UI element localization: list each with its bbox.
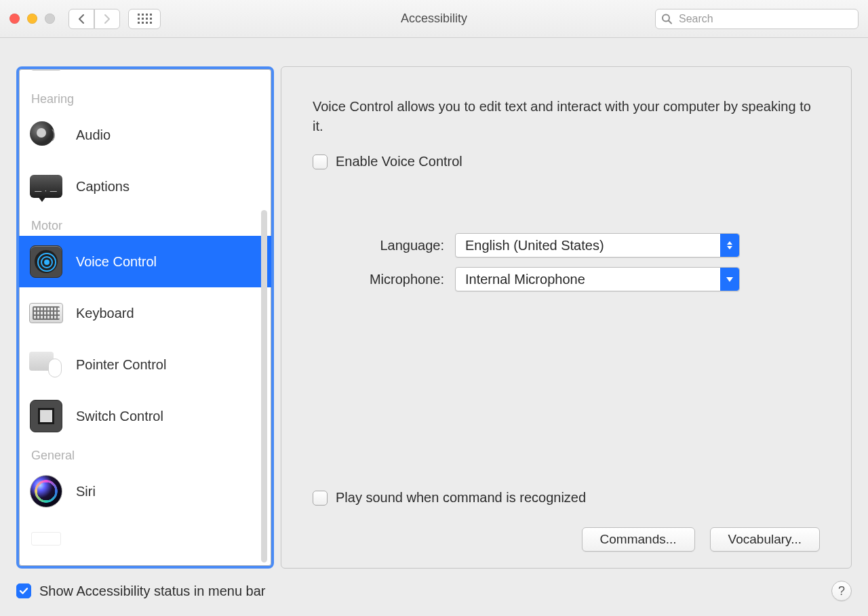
bottom-area: Play sound when command is recognized Co… xyxy=(313,490,820,552)
sidebar-section-general: General xyxy=(19,442,271,466)
show-in-menu-bar-label: Show Accessibility status in menu bar xyxy=(39,583,266,599)
sidebar-section-hearing: Hearing xyxy=(19,85,271,109)
language-value: English (United States) xyxy=(465,238,604,253)
sidebar-item-label: Pointer Control xyxy=(76,357,166,373)
sidebar-item-cutoff-bottom[interactable] xyxy=(19,517,271,556)
sidebar-section-motor: Motor xyxy=(19,212,271,236)
help-icon: ? xyxy=(838,584,845,598)
play-sound-label: Play sound when command is recognized xyxy=(336,490,586,506)
sidebar-item-label: Switch Control xyxy=(76,409,163,424)
siri-icon xyxy=(28,474,64,509)
search-input[interactable] xyxy=(655,9,859,29)
keyboard-icon xyxy=(28,295,64,331)
body: Hearing ) Audio Captions Motor Voice Con… xyxy=(0,38,868,581)
show-in-menu-bar-checkbox[interactable] xyxy=(16,583,31,598)
back-button[interactable] xyxy=(68,9,94,29)
sidebar-item-cutoff[interactable] xyxy=(19,69,271,85)
grid-icon xyxy=(138,14,152,24)
sidebar-item-switch-control[interactable]: Switch Control xyxy=(19,390,271,442)
microphone-row: Microphone: Internal Microphone xyxy=(313,267,820,291)
close-window-icon[interactable] xyxy=(9,14,20,24)
sidebar-item-pointer-control[interactable]: Pointer Control xyxy=(19,339,271,390)
dropdown-arrow-icon xyxy=(720,268,739,291)
detail-panel: Voice Control allows you to edit text an… xyxy=(281,66,852,569)
captions-icon xyxy=(28,169,64,204)
nav-buttons xyxy=(68,9,120,29)
sidebar-item-label: Keyboard xyxy=(76,306,134,321)
sidebar-item-captions[interactable]: Captions xyxy=(19,161,271,212)
search-icon xyxy=(661,13,673,24)
button-row: Commands... Vocabulary... xyxy=(313,527,820,552)
sidebar-item-label: Voice Control xyxy=(76,254,157,270)
form-area: Language: English (United States) Microp… xyxy=(313,224,820,291)
vocabulary-button[interactable]: Vocabulary... xyxy=(710,527,820,552)
sidebar-item-audio[interactable]: ) Audio xyxy=(19,109,271,161)
help-button[interactable]: ? xyxy=(831,581,852,601)
preferences-window: Accessibility Hearing ) Audio xyxy=(0,0,868,616)
play-sound-checkbox[interactable] xyxy=(313,491,328,506)
language-select[interactable]: English (United States) xyxy=(455,233,740,258)
toolbar: Accessibility xyxy=(0,0,868,38)
sidebar-item-label: Siri xyxy=(76,484,96,499)
footer: Show Accessibility status in menu bar ? xyxy=(0,581,868,616)
show-all-button[interactable] xyxy=(128,9,161,29)
language-row: Language: English (United States) xyxy=(313,233,820,258)
play-sound-row: Play sound when command is recognized xyxy=(313,490,820,506)
chevron-left-icon xyxy=(77,14,85,24)
microphone-value: Internal Microphone xyxy=(465,272,585,287)
enable-voice-control-checkbox[interactable] xyxy=(313,155,328,169)
svg-line-1 xyxy=(669,20,671,23)
zoom-window-icon[interactable] xyxy=(45,14,55,24)
switch-control-icon xyxy=(28,398,64,434)
updown-arrows-icon xyxy=(720,234,739,257)
sidebar-item-label: Captions xyxy=(76,179,130,194)
voice-control-icon xyxy=(28,244,64,279)
sidebar-item-label: Audio xyxy=(76,127,111,143)
scrollbar[interactable] xyxy=(261,210,267,562)
audio-icon: ) xyxy=(28,117,64,152)
sidebar-item-keyboard[interactable]: Keyboard xyxy=(19,287,271,339)
microphone-select[interactable]: Internal Microphone xyxy=(455,267,740,291)
enable-voice-control-row: Enable Voice Control xyxy=(313,154,820,169)
microphone-label: Microphone: xyxy=(313,272,455,287)
sidebar: Hearing ) Audio Captions Motor Voice Con… xyxy=(16,66,274,569)
commands-button[interactable]: Commands... xyxy=(582,527,695,552)
panel-description: Voice Control allows you to edit text an… xyxy=(313,97,820,136)
language-label: Language: xyxy=(313,238,455,253)
forward-button[interactable] xyxy=(94,9,120,29)
minimize-window-icon[interactable] xyxy=(27,14,37,24)
sidebar-scroll[interactable]: Hearing ) Audio Captions Motor Voice Con… xyxy=(19,69,271,566)
enable-voice-control-label: Enable Voice Control xyxy=(336,154,462,169)
search-field-wrap xyxy=(655,9,859,29)
window-controls xyxy=(9,14,55,24)
chevron-right-icon xyxy=(103,14,111,24)
pointer-control-icon xyxy=(28,347,64,382)
sidebar-item-voice-control[interactable]: Voice Control xyxy=(19,236,271,287)
sidebar-item-siri[interactable]: Siri xyxy=(19,466,271,517)
